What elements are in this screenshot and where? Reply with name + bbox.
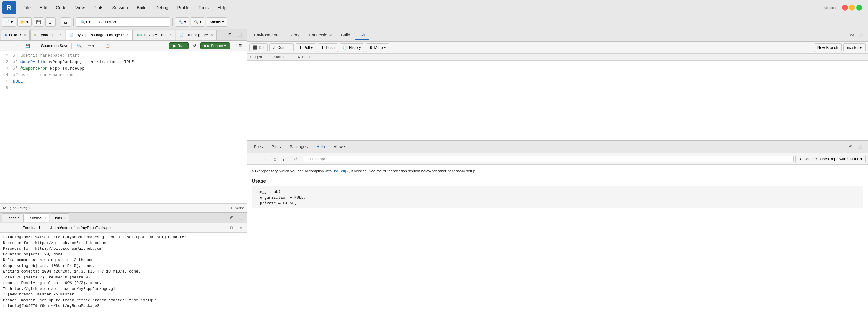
- commit-button[interactable]: ✓ Commit: [269, 43, 294, 52]
- tab-plots[interactable]: Plots: [268, 142, 285, 152]
- terminal-prev-btn[interactable]: ←: [2, 225, 11, 231]
- tab-build[interactable]: Build: [337, 31, 354, 40]
- close-jobs-icon[interactable]: ×: [63, 216, 66, 220]
- tab-hello-r[interactable]: R hello.R ×: [1, 30, 30, 40]
- maximize-editor-btn[interactable]: ⬜: [235, 31, 244, 38]
- terminal-next-btn[interactable]: →: [13, 225, 21, 231]
- run-btn[interactable]: ▶ Run: [169, 42, 189, 49]
- open-file-button[interactable]: 📂 ▾: [17, 18, 32, 27]
- search-btn[interactable]: 🔍: [75, 43, 84, 49]
- push-button[interactable]: ⬆ Push: [318, 43, 338, 52]
- tab-environment[interactable]: Environment: [250, 31, 281, 40]
- code-tools-btn[interactable]: ✏ ▾: [86, 43, 97, 49]
- window-maximize-btn[interactable]: [856, 5, 862, 10]
- maximize-panel-btn[interactable]: ⬜: [237, 215, 245, 221]
- nav-home-btn[interactable]: ⌂: [271, 156, 278, 162]
- tab-rbuildignore[interactable]: 📄 .Rbuildignore ×: [176, 30, 217, 40]
- global-toolbar: 📄 ▾ 📂 ▾ 💾 🖨 🖨 🔍 Go to file/function 🔧 ▾ …: [0, 15, 868, 29]
- menu-view[interactable]: View: [71, 3, 89, 12]
- source-on-save-checkbox[interactable]: [34, 44, 38, 48]
- close-code-cpp-icon[interactable]: ×: [59, 33, 61, 36]
- save-file-btn[interactable]: 💾: [23, 43, 32, 49]
- pull-button[interactable]: ⬇ Pull ▾: [296, 43, 316, 52]
- tab-connections[interactable]: Connections: [305, 31, 336, 40]
- menu-code[interactable]: Code: [52, 3, 70, 12]
- diff-button[interactable]: ⬛ Diff: [249, 43, 268, 52]
- menu-profile[interactable]: Profile: [173, 3, 194, 12]
- tab-help[interactable]: Help: [312, 142, 329, 152]
- menu-tools[interactable]: Tools: [194, 3, 213, 12]
- build-icon: 🔨: [194, 20, 198, 24]
- new-file-button[interactable]: 📄 ▾: [2, 18, 16, 27]
- git-tools-button[interactable]: 🔧 ▾: [175, 18, 189, 27]
- forward-btn[interactable]: →: [13, 43, 21, 49]
- save-all-button[interactable]: 🖨: [45, 18, 56, 27]
- menu-debug[interactable]: Debug: [151, 3, 172, 12]
- help-search-box[interactable]: [303, 156, 794, 162]
- build-button[interactable]: 🔨 ▾: [190, 18, 205, 27]
- menu-plots[interactable]: Plots: [89, 3, 107, 12]
- terminal-close-btn[interactable]: ×: [237, 225, 244, 231]
- line-num-3: 3: [0, 65, 12, 72]
- minimize-files-panel-btn[interactable]: 🗗: [847, 144, 855, 150]
- connect-github-btn[interactable]: R: Connect a local repo with GitHub ▾: [795, 155, 866, 163]
- new-branch-button[interactable]: New Branch: [814, 43, 841, 52]
- branch-selector[interactable]: master ▾: [843, 43, 866, 52]
- close-hello-r-icon[interactable]: ×: [24, 33, 26, 36]
- menu-session[interactable]: Session: [108, 3, 132, 12]
- separator-2: [73, 18, 73, 26]
- window-minimize-btn[interactable]: [849, 5, 855, 10]
- menu-help[interactable]: Help: [214, 3, 231, 12]
- history-button[interactable]: 🕐 History: [340, 43, 364, 52]
- close-myrcp-r-icon[interactable]: ×: [127, 33, 129, 36]
- more-button[interactable]: ⚙ More ▾: [366, 43, 389, 52]
- code-content[interactable]: 1 ## usethis namespace: start 2 #' @useD…: [0, 51, 247, 203]
- panel-options-btn[interactable]: ☰: [236, 43, 244, 49]
- tab-readme-md[interactable]: MD README.md ×: [133, 30, 175, 40]
- tab-jobs[interactable]: Jobs ×: [50, 214, 69, 222]
- maximize-files-panel-btn[interactable]: ⬜: [856, 144, 864, 150]
- right-bottom-tabs-bar: Files Plots Packages Help Viewer 🗗 ⬜: [247, 140, 868, 154]
- tab-hello-r-label: hello.R: [9, 33, 21, 37]
- close-rbuildignore-icon[interactable]: ×: [211, 33, 213, 36]
- goto-file-button[interactable]: 🔍 Go to file/function: [76, 18, 170, 27]
- rerun-btn[interactable]: ↺: [190, 43, 198, 49]
- tab-code-cpp[interactable]: cpp code.cpp ×: [30, 30, 65, 40]
- tab-viewer[interactable]: Viewer: [330, 142, 350, 152]
- tab-console[interactable]: Console: [2, 214, 24, 222]
- tab-packages[interactable]: Packages: [285, 142, 312, 152]
- tab-myrcp-r[interactable]: 📄 myRcppPackage-package.R ×: [66, 30, 133, 40]
- minimize-panel-btn[interactable]: 🗗: [228, 215, 236, 221]
- print-button[interactable]: 🖨: [61, 18, 71, 27]
- menu-edit[interactable]: Edit: [35, 3, 51, 12]
- tab-history[interactable]: History: [283, 31, 304, 40]
- source-btn[interactable]: ▶▶ Source ▾: [200, 42, 230, 49]
- minimize-git-panel-btn[interactable]: 🗗: [848, 32, 856, 38]
- save-button[interactable]: 💾: [33, 18, 44, 27]
- terminal-clear-btn[interactable]: 🗑: [227, 225, 236, 231]
- nav-back-btn[interactable]: ←: [249, 156, 258, 162]
- use-git-link[interactable]: use_git(): [333, 169, 348, 173]
- menu-build[interactable]: Build: [133, 3, 151, 12]
- sort-path-icon[interactable]: ▲: [297, 55, 301, 59]
- close-readme-md-icon[interactable]: ×: [169, 33, 171, 36]
- menu-file[interactable]: File: [20, 3, 35, 12]
- nav-forward-btn[interactable]: →: [260, 156, 269, 162]
- term-line-4: Counting objects: 20, done.: [3, 252, 244, 258]
- addins-button[interactable]: Addins ▾: [206, 18, 227, 27]
- tab-files[interactable]: Files: [250, 142, 267, 152]
- file-type: R Script: [231, 206, 244, 210]
- nav-print-btn[interactable]: 🖨: [280, 156, 289, 162]
- tab-terminal[interactable]: Terminal ×: [24, 214, 50, 222]
- help-search-input[interactable]: [305, 157, 791, 161]
- maximize-git-panel-btn[interactable]: ⬜: [857, 32, 865, 38]
- terminal-content[interactable]: rstudio@fbb5f794f9ca:~/test/myRcppPackag…: [0, 233, 247, 324]
- compile-btn[interactable]: 📋: [103, 43, 112, 49]
- save-all-icon: 🖨: [49, 20, 52, 24]
- minimize-editor-btn[interactable]: 🗗: [225, 31, 234, 38]
- tab-git[interactable]: Git: [355, 31, 369, 40]
- back-btn[interactable]: ←: [2, 43, 11, 49]
- window-close-btn[interactable]: [842, 5, 848, 10]
- nav-refresh-btn[interactable]: ↺: [291, 156, 300, 163]
- close-terminal-icon[interactable]: ×: [43, 216, 46, 220]
